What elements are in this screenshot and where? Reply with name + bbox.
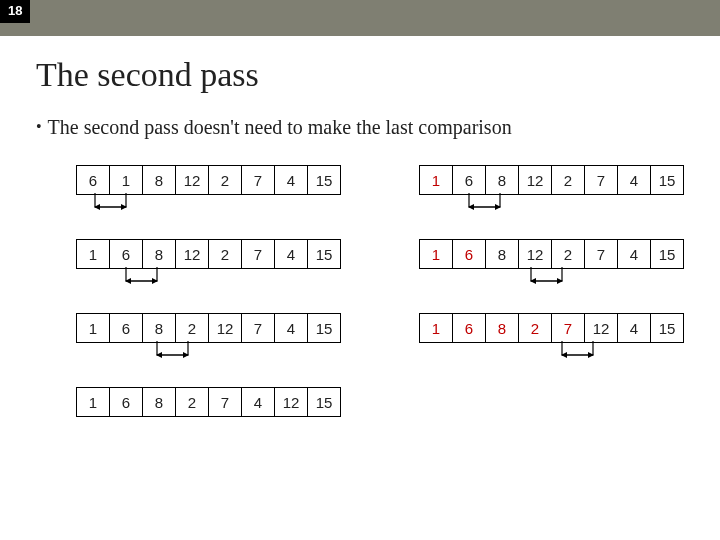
array-row: 1681227415 1681227415 — [76, 239, 684, 269]
cell: 2 — [175, 387, 209, 417]
cell: 1 — [419, 165, 453, 195]
cell: 1 — [419, 313, 453, 343]
array-row: 6181227415 1681227415 — [76, 165, 684, 195]
array: 1682127415 — [76, 313, 341, 343]
bullet-dot: • — [36, 118, 42, 135]
cell: 6 — [452, 165, 486, 195]
cell: 1 — [419, 239, 453, 269]
cell: 2 — [208, 165, 242, 195]
cell: 2 — [551, 239, 585, 269]
cell: 1 — [109, 165, 143, 195]
cell: 15 — [307, 239, 341, 269]
cell: 6 — [109, 313, 143, 343]
array: 1681227415 — [76, 239, 341, 269]
cell: 15 — [650, 239, 684, 269]
cell: 12 — [518, 239, 552, 269]
slide-number: 18 — [0, 0, 30, 23]
array-area: 6181227415 1681227415 1681227415 — [36, 165, 684, 417]
cell: 4 — [617, 313, 651, 343]
cell: 8 — [485, 239, 519, 269]
cell: 15 — [307, 165, 341, 195]
cell: 6 — [76, 165, 110, 195]
cell: 6 — [452, 313, 486, 343]
cell: 12 — [518, 165, 552, 195]
cell: 7 — [551, 313, 585, 343]
array: 1681227415 — [419, 239, 684, 269]
cell: 12 — [584, 313, 618, 343]
cell: 2 — [518, 313, 552, 343]
header-band: 18 — [0, 0, 720, 36]
cell: 15 — [650, 313, 684, 343]
cell: 8 — [142, 313, 176, 343]
array: 1681227415 — [419, 165, 684, 195]
slide-title: The second pass — [36, 56, 684, 94]
cell: 15 — [650, 165, 684, 195]
cell: 1 — [76, 313, 110, 343]
cell: 12 — [274, 387, 308, 417]
cell: 4 — [274, 239, 308, 269]
array: 1682712415 — [419, 313, 684, 343]
cell: 7 — [584, 239, 618, 269]
cell: 2 — [208, 239, 242, 269]
slide-content: The second pass •The second pass doesn't… — [0, 36, 720, 417]
cell: 1 — [76, 239, 110, 269]
cell: 12 — [175, 165, 209, 195]
cell: 12 — [175, 239, 209, 269]
array: 6181227415 — [76, 165, 341, 195]
cell: 1 — [76, 387, 110, 417]
cell: 6 — [109, 387, 143, 417]
cell: 7 — [584, 165, 618, 195]
cell: 8 — [485, 313, 519, 343]
cell: 4 — [617, 165, 651, 195]
cell: 8 — [142, 387, 176, 417]
cell: 7 — [208, 387, 242, 417]
cell: 8 — [485, 165, 519, 195]
cell: 2 — [175, 313, 209, 343]
cell: 7 — [241, 239, 275, 269]
cell: 6 — [452, 239, 486, 269]
array-row: 1682741215 — [76, 387, 684, 417]
cell: 15 — [307, 313, 341, 343]
cell: 12 — [208, 313, 242, 343]
cell: 8 — [142, 239, 176, 269]
cell: 7 — [241, 313, 275, 343]
cell: 8 — [142, 165, 176, 195]
cell: 4 — [617, 239, 651, 269]
cell: 7 — [241, 165, 275, 195]
array-row: 1682127415 1682712415 — [76, 313, 684, 343]
cell: 4 — [241, 387, 275, 417]
cell: 6 — [109, 239, 143, 269]
cell: 4 — [274, 165, 308, 195]
array: 1682741215 — [76, 387, 341, 417]
cell: 4 — [274, 313, 308, 343]
bullet-text: The second pass doesn't need to make the… — [48, 116, 512, 138]
cell: 15 — [307, 387, 341, 417]
cell: 2 — [551, 165, 585, 195]
bullet-line: •The second pass doesn't need to make th… — [36, 116, 684, 139]
